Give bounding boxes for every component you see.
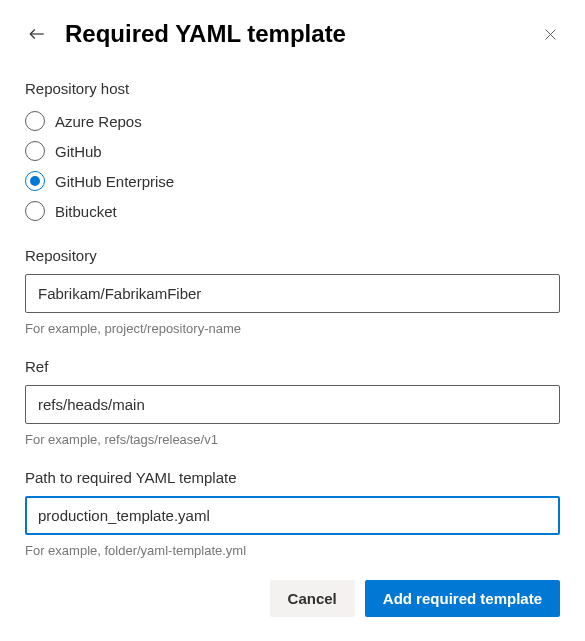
- path-hint: For example, folder/yaml-template.yml: [25, 543, 560, 558]
- host-option-github[interactable]: GitHub: [25, 141, 560, 161]
- path-input[interactable]: [25, 496, 560, 535]
- submit-button[interactable]: Add required template: [365, 580, 560, 617]
- host-option-azure-repos[interactable]: Azure Repos: [25, 111, 560, 131]
- host-option-bitbucket[interactable]: Bitbucket: [25, 201, 560, 221]
- close-button[interactable]: [540, 24, 560, 44]
- dialog-footer: Cancel Add required template: [25, 580, 560, 617]
- ref-hint: For example, refs/tags/release/v1: [25, 432, 560, 447]
- path-field: Path to required YAML template For examp…: [25, 469, 560, 558]
- repository-input[interactable]: [25, 274, 560, 313]
- dialog-header: Required YAML template: [25, 20, 560, 48]
- host-option-github-enterprise[interactable]: GitHub Enterprise: [25, 171, 560, 191]
- arrow-left-icon: [28, 25, 46, 43]
- dialog-title: Required YAML template: [65, 20, 524, 48]
- radio-label: GitHub: [55, 143, 102, 160]
- host-label: Repository host: [25, 80, 560, 97]
- radio-icon: [25, 141, 45, 161]
- radio-label: GitHub Enterprise: [55, 173, 174, 190]
- repository-field: Repository For example, project/reposito…: [25, 247, 560, 336]
- cancel-button[interactable]: Cancel: [270, 580, 355, 617]
- host-radio-group: Azure Repos GitHub GitHub Enterprise Bit…: [25, 111, 560, 221]
- radio-icon: [25, 111, 45, 131]
- radio-icon: [25, 201, 45, 221]
- close-icon: [543, 27, 558, 42]
- radio-label: Bitbucket: [55, 203, 117, 220]
- repository-hint: For example, project/repository-name: [25, 321, 560, 336]
- back-button[interactable]: [25, 22, 49, 46]
- path-label: Path to required YAML template: [25, 469, 560, 486]
- ref-label: Ref: [25, 358, 560, 375]
- ref-input[interactable]: [25, 385, 560, 424]
- repository-label: Repository: [25, 247, 560, 264]
- radio-icon: [25, 171, 45, 191]
- radio-label: Azure Repos: [55, 113, 142, 130]
- ref-field: Ref For example, refs/tags/release/v1: [25, 358, 560, 447]
